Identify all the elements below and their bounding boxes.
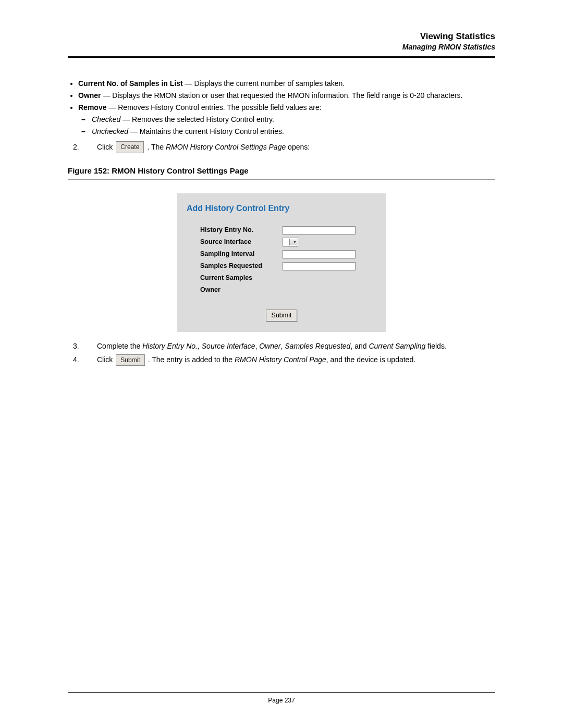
field-desc: — Displays the RMON station or user that… [101,91,463,100]
label-current-samples: Current Samples [187,272,280,284]
step-3: 3. Complete the History Entry No., Sourc… [68,341,495,351]
page-footer: Page 237 [68,692,495,704]
step-2: 2. Click Create . The RMON History Contr… [68,141,495,153]
step-text-pre: Click [97,355,113,365]
submit-button-inline[interactable]: Submit [116,354,144,366]
field-ref: Current Sampling [369,342,425,350]
footer-divider [68,692,495,693]
field-name: Owner [78,91,101,100]
main-content: Current No. of Samples in List — Display… [68,79,495,366]
page-number: Page 237 [68,697,495,704]
step-text-a: . The entry is added to the [148,355,235,364]
label-history-entry-no: History Entry No. [187,224,280,236]
step-number: 4. [68,355,94,365]
label-owner: Owner [187,284,280,296]
samples-requested-input[interactable] [283,262,356,270]
sampling-interval-input[interactable] [283,250,356,258]
step-text-b: opens: [286,143,310,151]
figure-caption: Figure 152: RMON History Control Setting… [68,166,495,176]
field-name: Remove [78,103,106,112]
submit-button[interactable]: Submit [266,310,298,322]
option-name: Unchecked [92,127,128,135]
step-number: 3. [68,341,94,351]
add-history-dialog: Add History Control Entry History Entry … [177,193,386,332]
source-interface-select[interactable] [283,238,298,246]
label-sampling-interval: Sampling Interval [187,248,280,260]
header-subtitle: Managing RMON Statistics [68,43,495,51]
history-entry-no-input[interactable] [283,226,356,235]
step-text-b: , and the device is updated. [326,355,415,364]
header-title: Viewing Statistics [68,31,495,42]
field-ref: History Entry No., Source Interface [142,342,255,350]
step-4: 4. Click Submit . The entry is added to … [68,354,495,366]
step-text-a: . The [147,143,166,151]
field-list: Current No. of Samples in List — Display… [78,79,495,136]
step-text: Complete the [97,342,142,350]
list-item: Remove — Removes History Control entries… [78,103,495,137]
step-number: 2. [68,142,94,152]
sub-list-item: Unchecked — Maintains the current Histor… [92,127,495,137]
figure-divider [68,179,495,180]
field-ref: Samples Requested [285,342,350,350]
option-desc: — Maintains the current History Control … [128,127,284,135]
label-source-interface: Source Interface [187,236,280,248]
create-button[interactable]: Create [116,141,144,153]
field-desc: — Displays the current number of samples… [183,79,345,88]
step-text: fields. [425,342,446,350]
field-name: Current No. of Samples in List [78,79,183,88]
form-table: History Entry No. Source Interface Sampl… [187,224,376,295]
field-ref: Owner [259,342,280,350]
option-desc: — Removes the selected History Control e… [120,115,274,124]
page-header: Viewing Statistics Managing RMON Statist… [68,31,495,51]
step-text-pre: Click [97,142,113,152]
list-item: Owner — Displays the RMON station or use… [78,91,495,101]
option-name: Checked [92,115,120,124]
step-text-em: RMON History Control Settings Page [166,143,286,151]
sub-list-item: Checked — Removes the selected History C… [92,115,495,125]
dialog-title: Add History Control Entry [187,203,376,214]
label-samples-requested: Samples Requested [187,260,280,272]
header-divider [68,56,495,58]
sub-list: Checked — Removes the selected History C… [92,115,495,137]
list-item: Current No. of Samples in List — Display… [78,79,495,89]
step-text-em: RMON History Control Page [235,355,326,364]
field-desc: — Removes History Control entries. The p… [106,103,321,112]
